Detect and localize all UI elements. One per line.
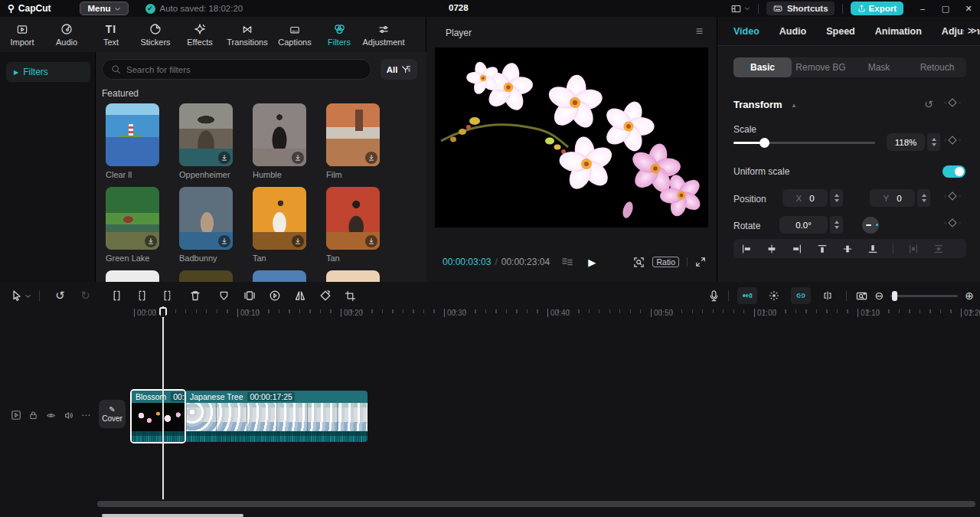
playhead-line[interactable]: [162, 306, 164, 499]
download-icon[interactable]: [365, 152, 377, 164]
frame-view-icon[interactable]: [560, 257, 574, 267]
fullscreen-icon[interactable]: [695, 257, 706, 267]
keyframe-diamond-icon[interactable]: ‹›: [944, 192, 961, 200]
zoom-slider-handle[interactable]: [892, 291, 897, 301]
ribbon-item-transitions[interactable]: Transitions: [222, 22, 273, 47]
filter-card[interactable]: Film: [326, 103, 380, 179]
layout-switch-button[interactable]: [730, 4, 750, 14]
minimize-button[interactable]: –: [911, 0, 934, 17]
overlay-icon[interactable]: [237, 290, 262, 302]
tab-animation[interactable]: Animation: [875, 26, 922, 37]
crop-icon[interactable]: [338, 290, 363, 302]
filter-card[interactable]: Tan: [253, 187, 306, 263]
rotate-icon[interactable]: [312, 290, 338, 302]
mask-icon[interactable]: [211, 290, 237, 302]
filter-all-button[interactable]: All: [381, 59, 417, 80]
ratio-button[interactable]: Ratio: [652, 257, 679, 267]
filter-card-partial[interactable]: [253, 270, 306, 282]
download-icon[interactable]: [218, 152, 230, 164]
ribbon-item-import[interactable]: Import: [0, 22, 44, 47]
sidebar-item-filters[interactable]: ▶ Filters: [6, 62, 90, 82]
ribbon-item-captions[interactable]: Captions: [273, 22, 317, 47]
download-icon[interactable]: [292, 235, 304, 247]
filter-card[interactable]: Tan: [326, 187, 380, 263]
clip-japanese-tree[interactable]: Japanese Tree 00:00:17:25: [186, 391, 368, 442]
lock-track-icon[interactable]: [28, 410, 38, 420]
export-button[interactable]: Export: [851, 2, 903, 15]
filter-card-partial[interactable]: [179, 270, 233, 282]
keyframe-diamond-icon[interactable]: ‹›: [944, 136, 961, 144]
select-tool-icon[interactable]: [11, 290, 23, 302]
download-icon[interactable]: [218, 235, 230, 247]
align-center-vertical-icon[interactable]: [842, 244, 853, 254]
filter-card[interactable]: Badbunny: [179, 187, 233, 263]
record-voiceover-icon[interactable]: [708, 290, 720, 303]
video-preview[interactable]: [435, 47, 708, 227]
position-y-stepper[interactable]: [917, 189, 930, 207]
rotate-stepper[interactable]: [830, 216, 843, 234]
scale-stepper[interactable]: [927, 133, 940, 151]
bottom-scroll-indicator[interactable]: [102, 514, 243, 517]
subtab-mask[interactable]: Mask: [850, 57, 908, 77]
restore-button[interactable]: ▢: [934, 0, 957, 17]
search-box[interactable]: [102, 59, 371, 80]
adapt-timeline-icon[interactable]: [855, 290, 868, 302]
filter-card[interactable]: Green Lake: [106, 187, 159, 263]
align-left-icon[interactable]: [741, 244, 752, 254]
position-y-field[interactable]: Y 0: [870, 189, 915, 207]
undo-button[interactable]: ↺: [47, 289, 73, 303]
delete-button[interactable]: [182, 290, 207, 302]
timeline-horizontal-scrollbar[interactable]: [97, 501, 975, 507]
distribute-vertical-icon[interactable]: [933, 244, 944, 254]
download-icon[interactable]: [145, 235, 157, 247]
align-top-icon[interactable]: [817, 244, 828, 254]
uniform-scale-toggle[interactable]: [942, 165, 965, 178]
filter-card-partial[interactable]: [326, 270, 380, 282]
filter-card[interactable]: Humble: [253, 103, 306, 179]
link-toggle[interactable]: [791, 287, 811, 304]
play-button[interactable]: ▶: [588, 257, 596, 268]
filter-card[interactable]: Clear ll: [106, 103, 159, 179]
subtab-basic[interactable]: Basic: [733, 57, 792, 77]
main-track-magnet-toggle[interactable]: [737, 287, 757, 304]
timeline-zoom-slider[interactable]: [890, 295, 958, 297]
timeline-ruler[interactable]: 00:00 00:10 00:20 00:30 00:40 00:50 01:0…: [97, 306, 980, 320]
keyframe-diamond-icon[interactable]: ‹›: [944, 99, 961, 106]
position-x-field[interactable]: X 0: [782, 189, 828, 207]
position-x-stepper[interactable]: [830, 189, 843, 207]
menu-button[interactable]: Menu: [80, 2, 128, 15]
delete-left-button[interactable]: [129, 290, 155, 302]
auto-snap-toggle[interactable]: [764, 287, 784, 304]
auto-frame-icon[interactable]: [633, 257, 645, 268]
ribbon-item-audio[interactable]: Audio: [44, 22, 89, 47]
select-tool-dropdown-icon[interactable]: [24, 293, 31, 299]
track-more-icon[interactable]: ⋯: [81, 410, 90, 420]
delete-right-button[interactable]: [155, 290, 180, 302]
split-button[interactable]: [104, 290, 129, 302]
ribbon-item-stickers[interactable]: Stickers: [133, 22, 178, 47]
scale-value[interactable]: 118%: [887, 133, 925, 151]
subtab-remove-bg[interactable]: Remove BG: [792, 57, 850, 77]
keyframe-diamond-icon[interactable]: ‹›: [944, 219, 961, 227]
ribbon-item-effects[interactable]: Effects: [178, 22, 222, 47]
distribute-horizontal-icon[interactable]: [908, 244, 919, 254]
preview-axis-toggle[interactable]: [818, 287, 838, 304]
ribbon-item-filters[interactable]: Filters: [317, 22, 361, 47]
filter-card-partial[interactable]: [106, 270, 159, 282]
align-bottom-icon[interactable]: [867, 244, 878, 254]
track-main-icon[interactable]: [11, 410, 21, 420]
player-menu-icon[interactable]: ≡: [696, 25, 703, 38]
speed-icon[interactable]: [262, 290, 287, 302]
scale-slider[interactable]: [733, 142, 875, 144]
scale-slider-handle[interactable]: [760, 138, 769, 148]
rotate-knob[interactable]: [862, 217, 879, 234]
zoom-in-icon[interactable]: ⊕: [965, 290, 974, 302]
align-center-horizontal-icon[interactable]: [766, 244, 777, 254]
tab-overflow-icon[interactable]: ≫: [964, 25, 977, 36]
shortcuts-button[interactable]: Shortcuts: [766, 2, 835, 15]
hide-track-icon[interactable]: [45, 411, 57, 420]
filter-card[interactable]: Oppenheimer: [179, 103, 233, 179]
download-icon[interactable]: [292, 152, 304, 164]
zoom-out-icon[interactable]: ⊖: [875, 290, 884, 302]
search-input[interactable]: [126, 65, 341, 74]
